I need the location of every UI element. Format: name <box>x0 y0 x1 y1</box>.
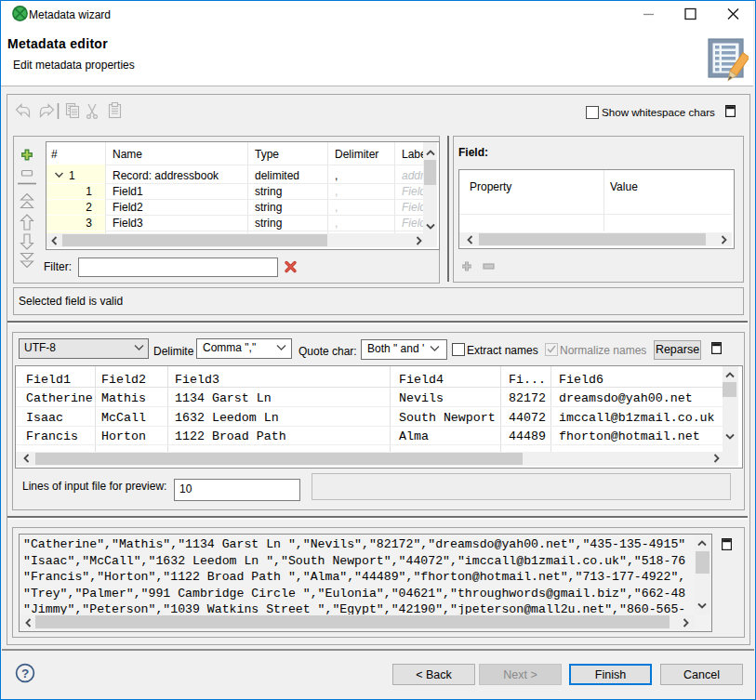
svg-text:?: ? <box>21 667 29 680</box>
